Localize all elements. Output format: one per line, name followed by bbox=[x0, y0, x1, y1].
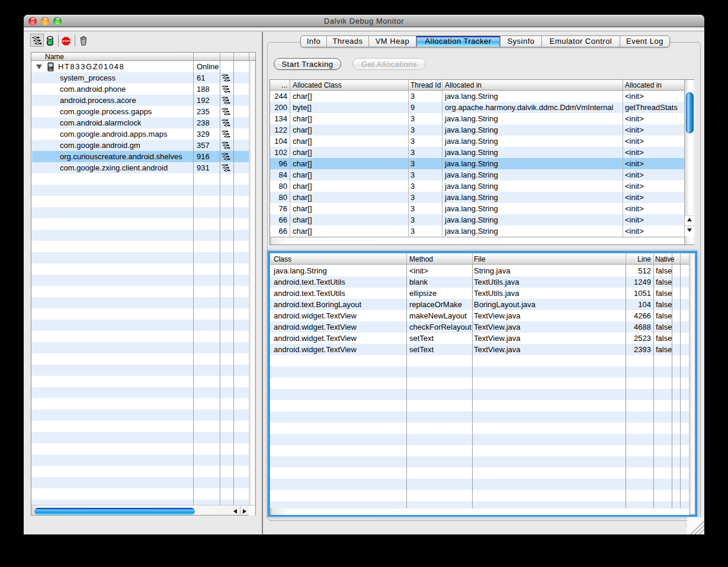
svg-text:STOP: STOP bbox=[63, 40, 70, 43]
